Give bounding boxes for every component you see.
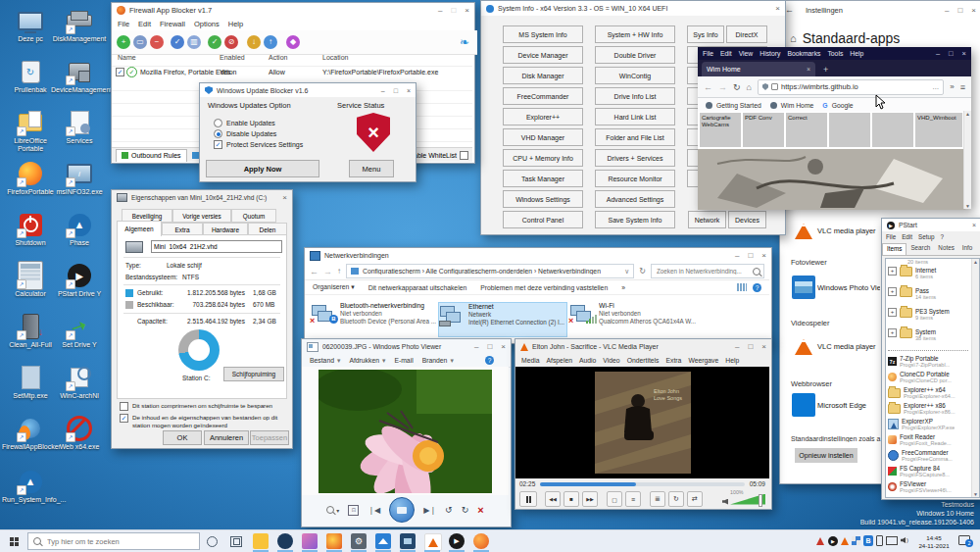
scroll-down-icon[interactable]: ▼ — [973, 491, 978, 497]
tab-notes[interactable]: Notes — [934, 243, 957, 255]
slideshow-button[interactable] — [389, 497, 415, 523]
desktop-icon-winc-arch[interactable]: ↗ WinC-archNl — [51, 365, 108, 400]
notification-center-icon[interactable]: 2 — [958, 535, 970, 545]
sysinfo-button[interactable]: Advanced Settings — [595, 190, 675, 208]
app-item[interactable]: FSViewerProgs\FSViewer46\... — [888, 480, 952, 493]
menu-extra[interactable]: Extra — [666, 357, 682, 364]
menu-branden[interactable]: Branden — [422, 357, 448, 364]
back-icon[interactable]: ← — [704, 82, 712, 92]
scroll-down-icon[interactable]: ▼ — [965, 203, 970, 209]
app-item[interactable]: FS Capture 84Progs\FSCapture8... — [888, 465, 950, 477]
menu-weergave[interactable]: Weergave — [688, 357, 718, 364]
menu-afdrukken[interactable]: Afdrukken — [349, 357, 379, 364]
minimize-icon[interactable]: – — [936, 49, 940, 58]
tab-quotum[interactable]: Quotum — [231, 209, 276, 223]
menu-edit[interactable]: Edit — [902, 233, 912, 240]
browse-app-icon[interactable]: ▭ — [133, 35, 147, 49]
apply-button[interactable]: Toepassen — [250, 430, 289, 445]
reload-icon[interactable]: ↻ — [733, 82, 741, 92]
scroll-up-icon[interactable]: ▲ — [973, 259, 978, 265]
seek-bar[interactable] — [540, 482, 744, 486]
cortana-icon[interactable] — [207, 536, 218, 547]
delete-icon[interactable]: × — [477, 504, 483, 516]
tab-items[interactable]: Items — [882, 243, 906, 255]
start-button[interactable] — [0, 530, 27, 552]
sysinfo-button[interactable]: Task Manager — [503, 170, 583, 187]
desktop-icon-pstart-drive[interactable]: ▶↗ PStart Drive Y — [51, 263, 108, 298]
previous-button[interactable]: ◀◀ — [545, 491, 561, 507]
close-icon[interactable]: × — [465, 6, 469, 15]
menu-help[interactable]: Help — [725, 357, 739, 364]
menu-firewall[interactable]: Firewall — [160, 20, 185, 28]
sysinfo-button[interactable]: Device Manager — [503, 46, 583, 64]
radio-icon[interactable] — [214, 129, 222, 138]
desktop-icon-set-drive[interactable]: ➝↗ Set Drive Y — [51, 314, 108, 349]
apply-now-button[interactable]: Apply Now — [206, 160, 319, 177]
settings-video-app[interactable]: VLC media player — [817, 342, 876, 351]
sysinfo-button[interactable]: Resource Monitor — [595, 170, 675, 187]
site-tile[interactable]: VHD_Wimboot — [915, 113, 962, 147]
taskbar-app-icon[interactable] — [302, 533, 318, 549]
tree-folder[interactable]: +Internet6 items — [888, 267, 936, 279]
close-icon[interactable]: × — [761, 251, 766, 260]
tab-info[interactable]: Info — [958, 243, 977, 255]
equalizer-button[interactable]: ≡ — [625, 491, 641, 507]
menu-options[interactable]: Options — [194, 20, 220, 28]
close-icon[interactable]: × — [407, 87, 411, 94]
connection-bluetooth[interactable]: ×B Bluetooth-netwerkverbinding Niet verb… — [311, 302, 436, 335]
whitelist-checkbox[interactable] — [460, 151, 468, 160]
tray-volume-icon[interactable] — [901, 537, 906, 543]
shuffle-button[interactable]: ⇄ — [687, 491, 703, 507]
copy-icon[interactable]: ▥ — [187, 35, 201, 49]
compress-checkbox-row[interactable]: Dit station comprimeren om schijfruimte … — [120, 402, 286, 411]
next-icon[interactable]: ▶❘ — [423, 506, 436, 515]
app-item[interactable]: ExplorerXPProgs\ExplorerXP.exe — [888, 418, 955, 430]
desktop-icon-msinfo32[interactable]: i↗ msINFO32.exe — [51, 161, 108, 196]
search-input[interactable] — [655, 267, 750, 276]
pstart-list[interactable]: ▲▼ 20 items +Internet6 items +Pass14 ite… — [885, 258, 980, 498]
previous-icon[interactable]: ❘◀ — [368, 506, 380, 515]
app-menu-icon[interactable]: ≡ — [960, 82, 965, 92]
maximize-icon[interactable]: □ — [949, 49, 954, 58]
tray-vlc-icon[interactable] — [841, 537, 849, 545]
minimize-icon[interactable]: – — [474, 342, 478, 351]
tracking-shield-icon[interactable] — [762, 83, 768, 90]
rotate-left-icon[interactable]: ↺ — [445, 505, 453, 515]
checkbox-icon[interactable]: ✓ — [120, 414, 128, 423]
menu-audio[interactable]: Audio — [579, 357, 596, 364]
settings-web-app[interactable]: Microsoft Edge — [817, 401, 866, 410]
sysinfo-button[interactable]: Explorer++ — [503, 108, 583, 125]
col-location[interactable]: Location — [322, 54, 348, 61]
sysinfo-button[interactable]: Sys Info — [687, 25, 724, 43]
app-item[interactable]: Explorer++ x64Progs\Explorer-x64... — [888, 386, 956, 399]
site-tile[interactable] — [829, 113, 870, 147]
allow-icon[interactable]: ✓ — [208, 35, 221, 49]
minimize-icon[interactable]: – — [945, 6, 949, 15]
scrollbar[interactable]: ▲▼ — [963, 111, 971, 209]
menu-file[interactable]: File — [886, 233, 896, 240]
actual-size-icon[interactable]: ⊡ — [348, 505, 359, 516]
menu-email[interactable]: E-mail — [394, 357, 413, 364]
bookmark-google[interactable]: Google — [832, 102, 854, 109]
menu-bookmarks[interactable]: Bookmarks — [787, 50, 820, 57]
url-bar[interactable]: https://wimbrts.github.io … — [758, 79, 944, 95]
tray-pstart-icon[interactable]: ▶ — [828, 536, 838, 546]
close-icon[interactable]: × — [962, 49, 966, 58]
ok-button[interactable]: OK — [163, 430, 202, 445]
menu-edit[interactable]: Edit — [138, 20, 151, 28]
help-icon[interactable]: ? — [485, 356, 494, 365]
close-tab-icon[interactable]: × — [807, 66, 810, 73]
expand-icon[interactable]: + — [888, 328, 897, 337]
taskbar-settings-icon[interactable]: ⚙ — [351, 533, 367, 549]
menu-media[interactable]: Media — [521, 357, 540, 364]
sysinfo-button[interactable]: VHD Manager — [503, 128, 583, 146]
desktop-icon-diskmanagement[interactable]: ↗ DiskManagement — [51, 8, 108, 43]
maximize-icon[interactable]: □ — [394, 87, 398, 94]
tab-vorige-versies[interactable]: Vorige versies — [172, 209, 231, 223]
desktop-icon-run-system-info[interactable]: ▲↗ Run_System_Info_... — [2, 469, 59, 504]
sysinfo-button[interactable]: Folder and File List — [595, 128, 675, 146]
fab-rule-row[interactable]: ✓ ✓ Mozilla Firefox, Portable Edition Ye… — [112, 66, 472, 78]
index-checkbox-row[interactable]: ✓De inhoud en de eigenschappen van besta… — [120, 414, 286, 429]
menu-setup[interactable]: Setup — [918, 233, 934, 240]
minimize-icon[interactable]: – — [438, 6, 442, 15]
